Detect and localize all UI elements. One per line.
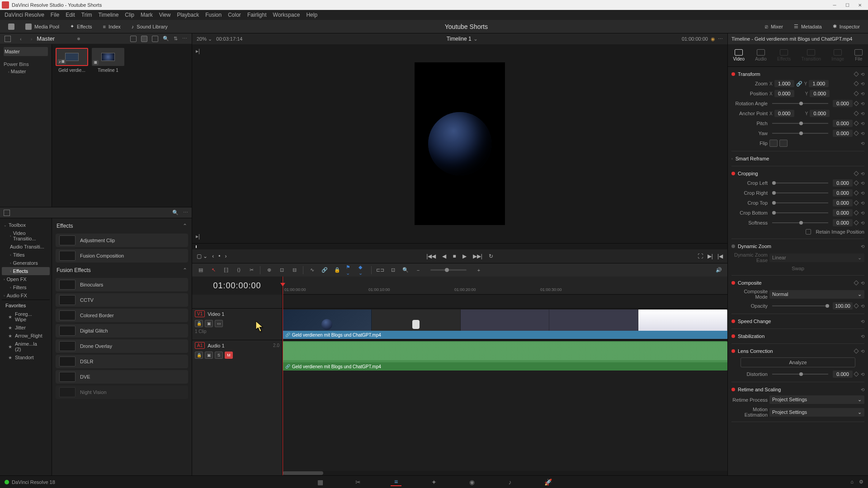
reset-icon[interactable]: ⟲	[861, 191, 864, 196]
flip-h-button[interactable]	[769, 140, 778, 147]
softness-input[interactable]: 0.000	[833, 219, 853, 226]
sort-icon[interactable]: ⇅	[174, 36, 178, 42]
collapse-icon[interactable]: ⌃	[183, 223, 187, 229]
menu-item[interactable]: Help	[306, 12, 317, 18]
viewer[interactable]: ▸| ▸|	[192, 44, 727, 243]
fx-tree-openfx[interactable]: ›Open FX	[2, 275, 50, 283]
audio-monitor-icon[interactable]: 🔊	[715, 266, 723, 274]
opacity-slider[interactable]	[772, 305, 828, 306]
auto-select-icon[interactable]: ▣	[205, 320, 213, 327]
media-page-icon[interactable]: ▦	[315, 478, 326, 486]
bin-path[interactable]: Master	[37, 35, 55, 42]
reset-icon[interactable]: ⟲	[861, 281, 864, 286]
retain-image-check[interactable]	[806, 229, 811, 235]
expand-button[interactable]	[5, 22, 18, 32]
fx-tree-generators[interactable]: ›Generators	[2, 259, 50, 267]
rotation-input[interactable]: 0.000	[833, 100, 853, 107]
lock-icon[interactable]: 🔒	[333, 266, 341, 274]
link-icon[interactable]: 🔗	[321, 266, 329, 274]
snap-icon[interactable]: ⊏⊐	[376, 266, 384, 274]
nav-back-icon[interactable]: ‹	[20, 36, 22, 42]
solo-button[interactable]: S	[215, 352, 223, 359]
retime-process-select[interactable]: Project Settings⌄	[769, 395, 864, 404]
zoom-x-input[interactable]: 1.000	[774, 80, 794, 87]
composite-mode-select[interactable]: Normal⌄	[769, 290, 864, 299]
list-view2-icon[interactable]	[152, 36, 158, 42]
reset-icon[interactable]: ⟲	[861, 319, 864, 324]
menu-item[interactable]: Color	[228, 12, 241, 18]
crop-left-slider[interactable]	[772, 183, 828, 183]
audio-track-header[interactable]: A1Audio 12.0 🔒 ▣ S M	[192, 340, 282, 371]
fx-tree-toolbox[interactable]: ⌄Toolbox	[2, 221, 50, 229]
go-in-icon[interactable]: |◀	[717, 253, 723, 259]
reset-icon[interactable]: ⟲	[861, 181, 864, 186]
dynamic-trim-icon[interactable]: ⟨⟩	[235, 266, 243, 274]
crop-top-input[interactable]: 0.000	[833, 199, 853, 206]
composite-header[interactable]: Composite⟲	[731, 278, 864, 287]
go-out-icon[interactable]: ▶|	[708, 253, 713, 259]
fx-more-icon[interactable]: ⋯	[183, 210, 188, 216]
reset-icon[interactable]: ⟲	[861, 131, 864, 136]
link-xy-icon[interactable]: 🔗	[796, 81, 802, 87]
fx-tree-effects[interactable]: ›Effects	[2, 267, 50, 275]
pos-x-input[interactable]: 0.000	[774, 90, 794, 97]
menu-item[interactable]: Timeline	[98, 12, 118, 18]
more-icon[interactable]: ⋯	[182, 36, 187, 42]
power-bins-header[interactable]: Power Bins	[4, 61, 48, 67]
keyframe-icon[interactable]	[854, 303, 859, 308]
metadata-button[interactable]: ☰Metadata	[790, 22, 826, 31]
home-icon[interactable]: ⌂	[850, 479, 854, 485]
clip-item[interactable]: ♪ ⊞ Geld verdie...	[56, 48, 88, 73]
keyframe-icon[interactable]	[854, 220, 859, 225]
favorite-item[interactable]: ★Anime...la (2)	[5, 340, 46, 353]
reset-icon[interactable]: ⟲	[861, 211, 864, 216]
timeline-name[interactable]: Timeline 1	[447, 36, 472, 42]
reset-icon[interactable]: ⟲	[861, 121, 864, 126]
menu-item[interactable]: Mark	[141, 12, 153, 18]
reset-icon[interactable]: ⟲	[861, 201, 864, 206]
h-scrollbar[interactable]	[283, 471, 323, 475]
retime-icon[interactable]: ∿	[308, 266, 316, 274]
viewer-mode-icon[interactable]: ▢ ⌄	[197, 253, 208, 259]
keyframe-icon[interactable]	[854, 200, 859, 205]
menu-item[interactable]: View	[159, 12, 171, 18]
track-badge[interactable]: A1	[195, 342, 205, 349]
collapse-icon[interactable]: ⌃	[183, 267, 187, 273]
fx-tree-audio-trans[interactable]: Audio Transiti...	[2, 243, 50, 251]
reset-icon[interactable]: ⟲	[861, 111, 864, 116]
opacity-input[interactable]: 100.00	[833, 302, 853, 310]
reset-icon[interactable]: ⟲	[861, 221, 864, 225]
list-view-icon[interactable]	[5, 36, 11, 42]
fx-search-icon[interactable]: 🔍	[172, 210, 179, 216]
keyframe-icon[interactable]	[854, 91, 859, 96]
track-lock-icon[interactable]: 🔒	[195, 352, 203, 359]
flag-icon[interactable]: ⚑ ⌄	[346, 266, 354, 274]
menu-item[interactable]: Trim	[81, 12, 92, 18]
keyframe-icon[interactable]	[854, 121, 859, 126]
cropping-header[interactable]: Cropping⟲	[731, 169, 864, 178]
fx-tree-titles[interactable]: ›Titles	[2, 251, 50, 259]
zoom-in-icon[interactable]: +	[475, 266, 483, 274]
keyframe-icon[interactable]	[854, 190, 859, 195]
favorite-item[interactable]: ★Jitter	[5, 324, 46, 332]
fx-tree-filters[interactable]: ›Filters	[2, 283, 50, 291]
reset-icon[interactable]: ⟲	[861, 171, 864, 176]
trim-tool-icon[interactable]: ⟦⟧	[222, 266, 230, 274]
reset-icon[interactable]: ⟲	[861, 72, 864, 77]
keyframe-icon[interactable]	[854, 111, 859, 116]
crop-bottom-slider[interactable]	[772, 212, 828, 213]
fx-tree-audiofx[interactable]: ›Audio FX	[2, 291, 50, 300]
marker-icon[interactable]: ◆ ⌄	[359, 266, 367, 274]
mixer-button[interactable]: ⎚Mixer	[761, 22, 787, 31]
menu-item[interactable]: DaVinci Resolve	[5, 12, 44, 18]
crop-bottom-input[interactable]: 0.000	[833, 209, 853, 216]
yaw-input[interactable]: 0.000	[833, 130, 853, 137]
match-frame-icon[interactable]: ▸|	[196, 48, 200, 54]
jump-start-icon[interactable]: |◀◀	[426, 253, 436, 259]
inspector-tab-audio[interactable]: Audio	[755, 49, 767, 61]
favorite-item[interactable]: ★Arrow_Right	[5, 332, 46, 340]
distortion-input[interactable]: 0.000	[833, 371, 853, 378]
media-pool-button[interactable]: Media Pool	[22, 22, 63, 32]
motion-est-select[interactable]: Project Settings⌄	[769, 408, 864, 417]
lens-header[interactable]: Lens Correction⟲	[731, 347, 864, 356]
